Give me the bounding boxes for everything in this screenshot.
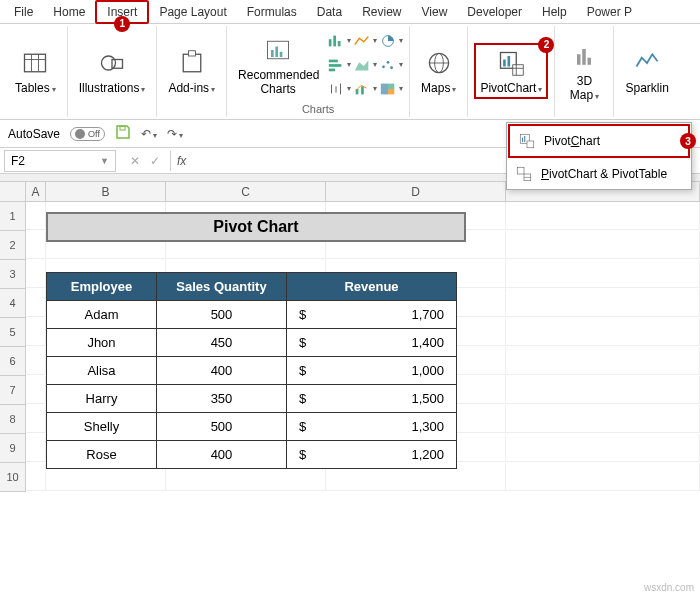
- row-header[interactable]: 9: [0, 434, 26, 463]
- autosave-toggle[interactable]: Off: [70, 127, 105, 141]
- name-box-value: F2: [11, 154, 25, 168]
- cell-qty[interactable]: 450: [157, 329, 287, 357]
- row-header[interactable]: 5: [0, 318, 26, 347]
- enter-formula-button[interactable]: ✓: [150, 154, 160, 168]
- bar-chart-button[interactable]: [327, 54, 351, 76]
- tab-powerp[interactable]: Power P: [577, 2, 642, 22]
- undo-button[interactable]: ↶: [141, 127, 157, 141]
- svg-rect-30: [388, 89, 394, 94]
- tab-help[interactable]: Help: [532, 2, 577, 22]
- tab-file[interactable]: File: [4, 2, 43, 22]
- cell-employee[interactable]: Jhon: [47, 329, 157, 357]
- cell-employee[interactable]: Shelly: [47, 413, 157, 441]
- col-header-d[interactable]: D: [326, 182, 506, 201]
- header-qty[interactable]: Sales Quantity: [157, 273, 287, 301]
- dropdown-item-pivotchart[interactable]: PivotChart 3: [508, 124, 690, 158]
- cell-revenue[interactable]: $1,500: [287, 385, 457, 413]
- row-header[interactable]: 2: [0, 231, 26, 260]
- maps-label: Maps: [421, 81, 456, 95]
- name-box[interactable]: F2▼: [4, 150, 116, 172]
- dropdown-pivotchart-table-label: PivotChart & PivotTable: [541, 167, 667, 181]
- tab-formulas[interactable]: Formulas: [237, 2, 307, 22]
- stock-chart-button[interactable]: [327, 78, 351, 100]
- cell-revenue[interactable]: $1,300: [287, 413, 457, 441]
- select-all-corner[interactable]: [0, 182, 26, 201]
- row-header[interactable]: 8: [0, 405, 26, 434]
- svg-marker-19: [355, 60, 369, 70]
- table-row[interactable]: Shelly500$1,300: [47, 413, 457, 441]
- addins-button[interactable]: Add-ins: [163, 44, 220, 98]
- table-row[interactable]: Adam500$1,700: [47, 301, 457, 329]
- tab-data[interactable]: Data: [307, 2, 352, 22]
- table-row[interactable]: Alisa400$1,000: [47, 357, 457, 385]
- cell-qty[interactable]: 500: [157, 413, 287, 441]
- svg-rect-29: [388, 83, 394, 88]
- header-employee[interactable]: Employee: [47, 273, 157, 301]
- pivotchart-label: PivotChart: [480, 81, 542, 95]
- line-chart-button[interactable]: [353, 30, 377, 52]
- recommended-charts-button[interactable]: Recommended Charts: [233, 31, 323, 99]
- illustrations-label: Illustrations: [79, 81, 146, 95]
- combo-chart-button[interactable]: [353, 78, 377, 100]
- tab-developer[interactable]: Developer: [457, 2, 532, 22]
- tab-view[interactable]: View: [412, 2, 458, 22]
- sparklines-button[interactable]: Sparklin: [620, 44, 673, 98]
- svg-rect-45: [524, 136, 525, 142]
- cell-employee[interactable]: Alisa: [47, 357, 157, 385]
- tab-insert[interactable]: Insert 1: [95, 0, 149, 24]
- svg-rect-14: [338, 41, 341, 46]
- svg-rect-46: [527, 141, 534, 148]
- pie-chart-button[interactable]: [379, 30, 403, 52]
- svg-rect-41: [583, 49, 587, 65]
- cell-qty[interactable]: 350: [157, 385, 287, 413]
- shapes-icon: [96, 47, 128, 79]
- row-header[interactable]: 10: [0, 463, 26, 492]
- addins-icon: [176, 47, 208, 79]
- col-header-b[interactable]: B: [46, 182, 166, 201]
- cancel-formula-button[interactable]: ✕: [130, 154, 140, 168]
- table-row[interactable]: Jhon450$1,400: [47, 329, 457, 357]
- tables-button[interactable]: Tables: [10, 44, 61, 98]
- table-row[interactable]: Rose400$1,200: [47, 441, 457, 469]
- tab-home[interactable]: Home: [43, 2, 95, 22]
- worksheet-grid[interactable]: A B C D 12345678910 Pivot Chart Employee…: [0, 182, 700, 492]
- title-cell[interactable]: Pivot Chart: [46, 212, 466, 242]
- area-chart-button[interactable]: [353, 54, 377, 76]
- cell-employee[interactable]: Rose: [47, 441, 157, 469]
- tab-review[interactable]: Review: [352, 2, 411, 22]
- cell-employee[interactable]: Harry: [47, 385, 157, 413]
- svg-rect-18: [329, 68, 335, 71]
- row-header[interactable]: 3: [0, 260, 26, 289]
- svg-rect-11: [280, 51, 283, 56]
- cell-qty[interactable]: 500: [157, 301, 287, 329]
- 3dmap-button[interactable]: 3D Map: [561, 37, 607, 105]
- dropdown-item-pivotchart-table[interactable]: PivotChart & PivotTable: [507, 159, 691, 189]
- illustrations-button[interactable]: Illustrations: [74, 44, 151, 98]
- svg-rect-47: [517, 167, 524, 174]
- column-chart-button[interactable]: [327, 30, 351, 52]
- row-header[interactable]: 7: [0, 376, 26, 405]
- cell-employee[interactable]: Adam: [47, 301, 157, 329]
- cell-revenue[interactable]: $1,200: [287, 441, 457, 469]
- redo-button[interactable]: ↷: [167, 127, 183, 141]
- row-header[interactable]: 6: [0, 347, 26, 376]
- table-row[interactable]: Harry350$1,500: [47, 385, 457, 413]
- cell-qty[interactable]: 400: [157, 357, 287, 385]
- cell-qty[interactable]: 400: [157, 441, 287, 469]
- cell-revenue[interactable]: $1,700: [287, 301, 457, 329]
- col-header-c[interactable]: C: [166, 182, 326, 201]
- svg-rect-13: [333, 35, 336, 46]
- scatter-chart-button[interactable]: [379, 54, 403, 76]
- header-rev[interactable]: Revenue: [287, 273, 457, 301]
- row-header[interactable]: 1: [0, 202, 26, 231]
- maps-button[interactable]: Maps: [416, 44, 461, 98]
- row-header[interactable]: 4: [0, 289, 26, 318]
- treemap-button[interactable]: [379, 78, 403, 100]
- save-button[interactable]: [115, 124, 131, 143]
- pivotchart-icon: [495, 47, 527, 79]
- tab-pagelayout[interactable]: Page Layout: [149, 2, 236, 22]
- pivotchart-button[interactable]: PivotChart 2: [474, 43, 548, 99]
- cell-revenue[interactable]: $1,000: [287, 357, 457, 385]
- cell-revenue[interactable]: $1,400: [287, 329, 457, 357]
- col-header-a[interactable]: A: [26, 182, 46, 201]
